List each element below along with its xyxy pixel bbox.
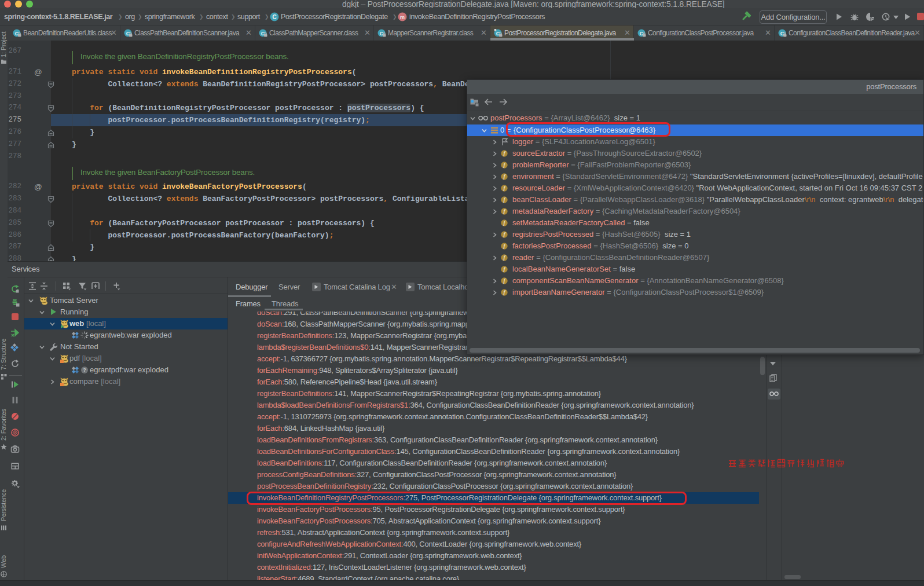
svg-text:Web: Web [0, 555, 7, 568]
svg-text:Persistence: Persistence [0, 489, 7, 521]
svg-text:2: Favorites: 2: Favorites [0, 408, 7, 441]
svg-text:C: C [272, 14, 276, 20]
svg-text:7: Structure: 7: Structure [0, 338, 7, 370]
svg-text:m: m [400, 14, 405, 20]
svg-text:1: Project: 1: Project [0, 31, 7, 57]
